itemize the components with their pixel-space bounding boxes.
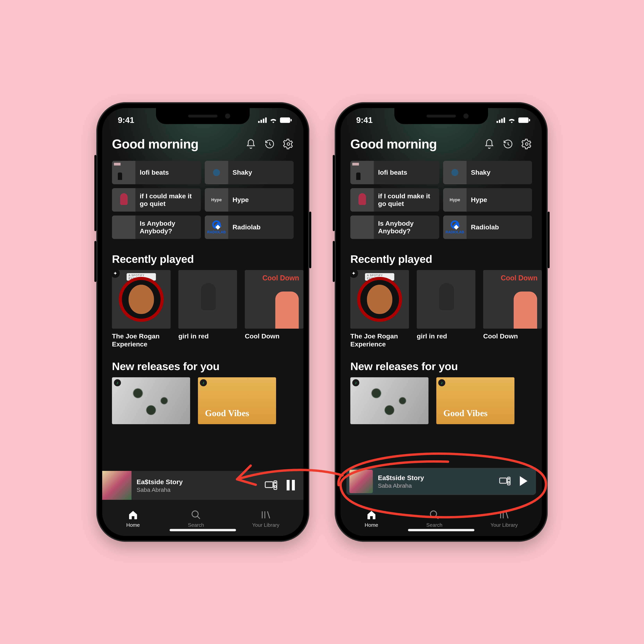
shortcut-tile[interactable]: HypeHype (205, 188, 294, 212)
recent-card[interactable]: girl in red (417, 270, 475, 348)
shortcut-art: RADIOLAB (443, 216, 467, 239)
svg-point-9 (192, 511, 198, 517)
svg-point-2 (287, 143, 290, 145)
card-cover: ✦ A SPOTIFY EXCLUSIVE (112, 270, 171, 329)
section-title-recent: Recently played (341, 241, 542, 270)
recent-card[interactable]: ✦ A SPOTIFY EXCLUSIVE The Joe Rogan Expe… (112, 270, 171, 348)
screen: 9:41 Good morning (341, 108, 542, 536)
shortcut-tile[interactable]: if I could make it go quiet (350, 188, 439, 212)
spotify-badge-icon: ♪ (352, 379, 359, 386)
devices-icon[interactable] (499, 476, 511, 487)
now-playing-artist: Saba Abraha (137, 487, 265, 493)
devices-icon[interactable] (265, 480, 277, 491)
card-cover (417, 270, 475, 329)
new-card[interactable]: ♪Good Vibes (198, 377, 276, 424)
notch (394, 108, 488, 124)
new-card[interactable]: ♪Good Vibes (436, 377, 514, 424)
recent-card[interactable]: ✦ A SPOTIFY EXCLUSIVE The Joe Rogan Expe… (350, 270, 409, 348)
shortcut-art (205, 161, 228, 184)
tab-search[interactable]: Search (188, 510, 204, 528)
home-header: Good morning (102, 125, 303, 155)
shortcut-tile[interactable]: Is Anybody Anybody? (350, 216, 439, 239)
home-header: Good morning (341, 125, 542, 155)
tab-home[interactable]: Home (365, 510, 378, 528)
battery-icon (280, 117, 292, 123)
phone-mockup-left: 9:41 Good morning (96, 102, 309, 542)
recent-row[interactable]: ✦ A SPOTIFY EXCLUSIVE The Joe Rogan Expe… (102, 270, 303, 348)
spotify-badge-icon: ✦ (112, 270, 120, 278)
tab-search[interactable]: Search (426, 510, 442, 528)
home-indicator (170, 529, 236, 531)
comparison-stage: 9:41 Good morning (96, 102, 548, 542)
new-row[interactable]: ♪ ♪Good Vibes (102, 377, 303, 424)
svg-rect-7 (287, 480, 290, 490)
spotify-badge-icon: ♪ (200, 379, 207, 386)
tab-library[interactable]: Your Library (252, 510, 279, 528)
pause-icon[interactable] (286, 480, 296, 491)
notifications-icon[interactable] (484, 139, 495, 149)
settings-icon[interactable] (283, 139, 294, 149)
tab-library[interactable]: Your Library (491, 510, 518, 528)
now-playing-artist: Saba Abraha (378, 482, 499, 489)
svg-rect-11 (529, 119, 530, 121)
history-icon[interactable] (503, 139, 513, 149)
now-playing-track: Ea$tside Story (137, 478, 265, 486)
shortcut-tile[interactable]: Is Anybody Anybody? (112, 216, 201, 239)
svg-rect-10 (518, 117, 529, 123)
shortcut-tile[interactable]: HypeHype (443, 188, 532, 212)
recent-row[interactable]: ✦ A SPOTIFY EXCLUSIVE The Joe Rogan Expe… (341, 270, 542, 348)
section-title-new: New releases for you (341, 348, 542, 377)
new-card[interactable]: ♪ (350, 377, 428, 424)
settings-icon[interactable] (521, 139, 532, 149)
shortcut-art: RADIOLAB (205, 216, 228, 239)
shortcuts-grid: lofi beats Shaky if I could make it go q… (341, 155, 542, 241)
card-cover: Cool Down (245, 270, 303, 329)
shortcut-art (112, 161, 135, 184)
svg-point-15 (508, 479, 509, 479)
notch (156, 108, 250, 124)
shortcuts-grid: lofi beats Shaky if I could make it go q… (102, 155, 303, 241)
svg-rect-13 (500, 478, 507, 483)
recent-card[interactable]: Cool Down Cool Down (245, 270, 303, 348)
play-icon[interactable] (519, 476, 528, 487)
greeting: Good morning (112, 137, 199, 151)
shortcut-tile[interactable]: if I could make it go quiet (112, 188, 201, 212)
shortcut-art (350, 216, 374, 239)
section-title-recent: Recently played (102, 241, 303, 270)
recent-card[interactable]: Cool Down Cool Down (483, 270, 542, 348)
svg-point-6 (274, 486, 276, 487)
now-playing-art (349, 470, 373, 493)
card-cover: ✦ A SPOTIFY EXCLUSIVE (350, 270, 409, 329)
now-playing-bar[interactable]: Ea$tside Story Saba Abraha (102, 471, 303, 500)
shortcut-tile[interactable]: RADIOLABRadiolab (443, 216, 532, 239)
spotify-badge-icon: ♪ (438, 379, 445, 386)
now-playing-art (102, 471, 131, 500)
tab-home[interactable]: Home (126, 510, 140, 528)
card-cover (178, 270, 237, 329)
svg-rect-1 (291, 119, 292, 121)
now-playing-track: Ea$tside Story (378, 474, 499, 482)
new-row[interactable]: ♪ ♪Good Vibes (341, 377, 542, 424)
shortcut-art: Hype (443, 188, 467, 212)
battery-icon (518, 117, 530, 123)
shortcut-tile[interactable]: RADIOLABRadiolab (205, 216, 294, 239)
spotify-badge-icon: ✦ (350, 270, 358, 278)
shortcut-tile[interactable]: Shaky (443, 161, 532, 184)
shortcut-art: Hype (205, 188, 228, 212)
now-playing-bar[interactable]: Ea$tside Story Saba Abraha (346, 468, 536, 495)
recent-card[interactable]: girl in red (178, 270, 237, 348)
shortcut-art (350, 161, 374, 184)
shortcut-tile[interactable]: lofi beats (350, 161, 439, 184)
cellular-icon (496, 117, 505, 123)
screen: 9:41 Good morning (102, 108, 303, 536)
new-card[interactable]: ♪ (112, 377, 190, 424)
home-indicator (408, 529, 474, 531)
shortcut-tile[interactable]: lofi beats (112, 161, 201, 184)
history-icon[interactable] (264, 139, 275, 149)
notifications-icon[interactable] (246, 139, 256, 149)
svg-rect-0 (280, 117, 290, 123)
wifi-icon (508, 117, 516, 123)
shortcut-tile[interactable]: Shaky (205, 161, 294, 184)
shortcut-art (112, 188, 135, 212)
svg-point-17 (430, 511, 437, 517)
